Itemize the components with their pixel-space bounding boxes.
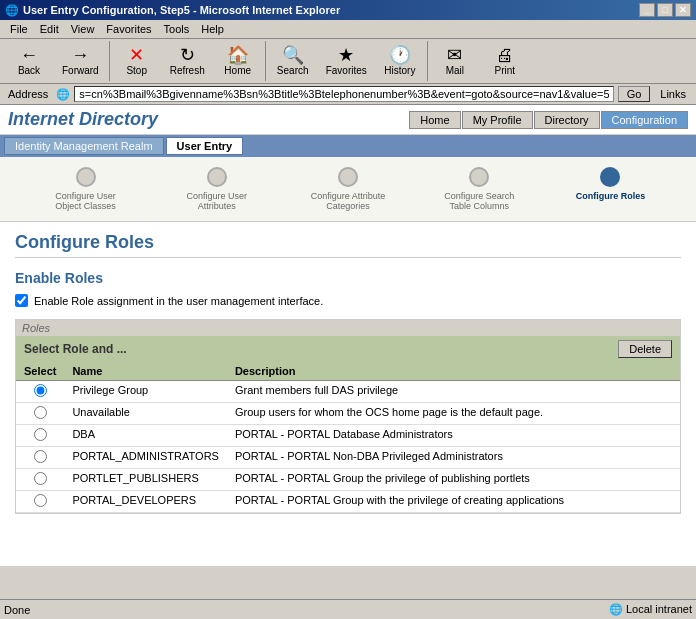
maximize-button[interactable]: □: [657, 3, 673, 17]
menu-help[interactable]: Help: [195, 22, 230, 36]
table-row: Privilege GroupGrant members full DAS pr…: [16, 381, 680, 403]
roles-section-header: Roles: [16, 320, 680, 336]
toolbar-separator-3: [427, 41, 428, 81]
address-icon: 🌐: [56, 88, 70, 101]
role-radio-1[interactable]: [34, 406, 47, 419]
menu-favorites[interactable]: Favorites: [100, 22, 157, 36]
print-button[interactable]: 🖨 Print: [480, 44, 530, 78]
back-label: Back: [18, 65, 40, 76]
subnav-user-entry[interactable]: User Entry: [166, 137, 244, 155]
role-radio-5[interactable]: [34, 494, 47, 507]
status-left: Done: [4, 604, 30, 616]
menu-tools[interactable]: Tools: [158, 22, 196, 36]
roles-section: Roles Select Role and ... Delete Select …: [15, 319, 681, 514]
go-button[interactable]: Go: [618, 86, 651, 102]
mail-label: Mail: [446, 65, 464, 76]
wizard-circle-1: [76, 167, 96, 187]
role-name-cell: PORTLET_PUBLISHERS: [64, 469, 227, 491]
role-name-cell: PORTAL_DEVELOPERS: [64, 491, 227, 513]
radio-cell: [16, 403, 64, 425]
wizard-step-1[interactable]: Configure User Object Classes: [20, 167, 151, 211]
role-radio-4[interactable]: [34, 472, 47, 485]
menu-edit[interactable]: Edit: [34, 22, 65, 36]
toolbar-separator-2: [265, 41, 266, 81]
role-name-cell: PORTAL_ADMINISTRATORS: [64, 447, 227, 469]
back-icon: ←: [20, 46, 38, 64]
wizard-step-2[interactable]: Configure User Attributes: [151, 167, 282, 211]
radio-cell: [16, 491, 64, 513]
inet-header: Internet Directory Home My Profile Direc…: [0, 105, 696, 135]
address-input[interactable]: [74, 86, 613, 102]
home-button[interactable]: 🏠 Home: [213, 44, 263, 78]
history-label: History: [384, 65, 415, 76]
favorites-button[interactable]: ★ Favorites: [318, 44, 375, 78]
wizard-label-2: Configure User Attributes: [177, 191, 257, 211]
search-label: Search: [277, 65, 309, 76]
role-name-cell: DBA: [64, 425, 227, 447]
sub-nav: Identity Management Realm User Entry: [0, 135, 696, 157]
role-name-cell: Unavailable: [64, 403, 227, 425]
refresh-label: Refresh: [170, 65, 205, 76]
role-radio-2[interactable]: [34, 428, 47, 441]
radio-cell: [16, 469, 64, 491]
wizard-label-1: Configure User Object Classes: [46, 191, 126, 211]
forward-label: Forward: [62, 65, 99, 76]
role-desc-cell: PORTAL - PORTAL Database Administrators: [227, 425, 680, 447]
stop-label: Stop: [126, 65, 147, 76]
table-row: PORTLET_PUBLISHERSPORTAL - PORTAL Group …: [16, 469, 680, 491]
nav-profile[interactable]: My Profile: [462, 111, 533, 129]
main-content: Configure Roles Enable Roles Enable Role…: [0, 222, 696, 524]
wizard-circle-5: [600, 167, 620, 187]
nav-home[interactable]: Home: [409, 111, 460, 129]
roles-table: Select Name Description Privilege GroupG…: [16, 362, 680, 513]
role-radio-0[interactable]: [34, 384, 47, 397]
role-desc-cell: PORTAL - PORTAL Group the privilege of p…: [227, 469, 680, 491]
wizard-steps: Configure User Object Classes Configure …: [0, 157, 696, 222]
title-bar: 🌐 User Entry Configuration, Step5 - Micr…: [0, 0, 696, 20]
stop-button[interactable]: ✕ Stop: [112, 44, 162, 78]
window-title: User Entry Configuration, Step5 - Micros…: [23, 4, 340, 16]
page-content: Internet Directory Home My Profile Direc…: [0, 105, 696, 566]
menu-bar: File Edit View Favorites Tools Help: [0, 20, 696, 39]
forward-button[interactable]: → Forward: [54, 44, 107, 78]
title-bar-left: 🌐 User Entry Configuration, Step5 - Micr…: [5, 4, 340, 17]
roles-toolbar-label: Select Role and ...: [24, 342, 127, 356]
stop-icon: ✕: [129, 46, 144, 64]
role-desc-cell: PORTAL - PORTAL Group with the privilege…: [227, 491, 680, 513]
address-bar: Address 🌐 Go Links: [0, 84, 696, 105]
wizard-circle-4: [469, 167, 489, 187]
history-button[interactable]: 🕐 History: [375, 44, 425, 78]
role-name-cell: Privilege Group: [64, 381, 227, 403]
minimize-button[interactable]: _: [639, 3, 655, 17]
refresh-button[interactable]: ↻ Refresh: [162, 44, 213, 78]
role-desc-cell: Grant members full DAS privilege: [227, 381, 680, 403]
radio-cell: [16, 381, 64, 403]
enable-roles-checkbox[interactable]: [15, 294, 28, 307]
mail-button[interactable]: ✉ Mail: [430, 44, 480, 78]
nav-configuration[interactable]: Configuration: [601, 111, 688, 129]
subnav-identity-realm[interactable]: Identity Management Realm: [4, 137, 164, 155]
wizard-label-4: Configure Search Table Columns: [439, 191, 519, 211]
wizard-step-3[interactable]: Configure Attribute Categories: [282, 167, 413, 211]
back-button[interactable]: ← Back: [4, 44, 54, 78]
enable-roles-row: Enable Role assignment in the user manag…: [15, 294, 681, 307]
menu-file[interactable]: File: [4, 22, 34, 36]
nav-directory[interactable]: Directory: [534, 111, 600, 129]
table-row: PORTAL_DEVELOPERSPORTAL - PORTAL Group w…: [16, 491, 680, 513]
delete-button[interactable]: Delete: [618, 340, 672, 358]
radio-cell: [16, 425, 64, 447]
mail-icon: ✉: [447, 46, 462, 64]
close-button[interactable]: ✕: [675, 3, 691, 17]
role-desc-cell: PORTAL - PORTAL Non-DBA Privileged Admin…: [227, 447, 680, 469]
col-select: Select: [16, 362, 64, 381]
section-title: Enable Roles: [15, 270, 681, 286]
page-title: Configure Roles: [15, 232, 681, 258]
menu-view[interactable]: View: [65, 22, 101, 36]
role-radio-3[interactable]: [34, 450, 47, 463]
roles-toolbar: Select Role and ... Delete: [16, 336, 680, 362]
wizard-label-3: Configure Attribute Categories: [308, 191, 388, 211]
wizard-step-5[interactable]: Configure Roles: [545, 167, 676, 201]
search-button[interactable]: 🔍 Search: [268, 44, 318, 78]
wizard-step-4[interactable]: Configure Search Table Columns: [414, 167, 545, 211]
forward-icon: →: [71, 46, 89, 64]
